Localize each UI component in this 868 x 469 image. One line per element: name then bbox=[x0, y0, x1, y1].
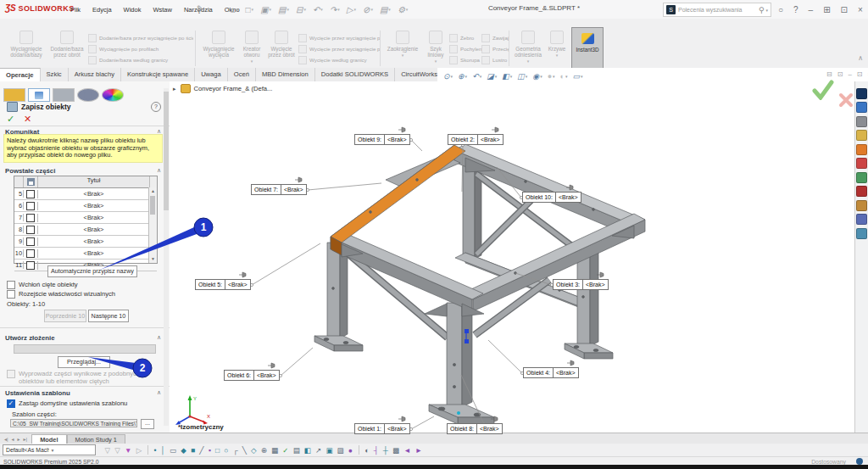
callout-filename[interactable]: <Brak> bbox=[556, 193, 581, 202]
tab-nav-arrow-icon[interactable]: ▸| bbox=[22, 436, 30, 442]
snap-tool-icon[interactable]: ▪ bbox=[206, 446, 213, 455]
instant3d-button[interactable]: Instant3D bbox=[571, 27, 604, 71]
scrollbar-thumb[interactable] bbox=[150, 196, 155, 215]
scenes-icon[interactable] bbox=[856, 172, 867, 183]
ribbon-tab[interactable]: MBD Dimension bbox=[256, 68, 315, 81]
snap-tool-icon[interactable]: ┌ bbox=[231, 446, 240, 455]
scroll-up-icon[interactable]: ▲ bbox=[149, 187, 157, 195]
cancel-button[interactable]: ✕ bbox=[24, 114, 31, 125]
snap-tool-icon[interactable]: ► bbox=[413, 446, 425, 455]
consume-cut-bodies-option[interactable]: Wchłoń cięte obiekty bbox=[7, 281, 78, 289]
zoom-to-fit-icon[interactable]: ⊙▾ bbox=[441, 72, 455, 81]
ok-button[interactable]: ✓ bbox=[7, 114, 14, 125]
view-palette-icon[interactable] bbox=[856, 144, 867, 155]
callout-filename[interactable]: <Brak> bbox=[478, 135, 503, 144]
snap-tool-icon[interactable]: ● bbox=[346, 446, 354, 455]
ribbon-tab[interactable]: Szkic bbox=[41, 68, 69, 81]
row-checkbox[interactable] bbox=[26, 261, 35, 270]
close-icon[interactable]: × bbox=[853, 5, 868, 14]
callout-filename[interactable]: <Brak> bbox=[583, 280, 608, 289]
table-row[interactable]: 10 <Brak> bbox=[14, 248, 157, 260]
callout-filename[interactable]: <Brak> bbox=[385, 135, 409, 144]
snap-tool-icon[interactable]: │ bbox=[159, 446, 168, 455]
snap-tool-icon[interactable]: ▼ bbox=[122, 446, 134, 455]
displaymanager-tab[interactable] bbox=[102, 88, 124, 102]
scroll-down-icon[interactable]: ▼ bbox=[149, 255, 157, 263]
snap-tool-icon[interactable]: ┤ bbox=[371, 446, 381, 455]
row-checkbox[interactable] bbox=[26, 249, 35, 258]
body-callout[interactable]: Obiekt 2:<Brak> bbox=[448, 134, 504, 145]
table-row[interactable]: 6 <Brak> bbox=[14, 200, 157, 212]
open-document-icon[interactable]: ▣▾ bbox=[257, 5, 275, 14]
override-template-option[interactable]: Zastąp domyślne ustawienia szablonu bbox=[7, 399, 127, 408]
snap-tool-icon[interactable]: ┼ bbox=[381, 446, 390, 455]
snap-tool-icon[interactable]: ▦ bbox=[270, 446, 281, 455]
ribbon-tab[interactable]: Oceń bbox=[228, 68, 256, 81]
template-path-field[interactable]: C:\05_SW Training\SOLIDWORKS Training Fi… bbox=[10, 419, 137, 427]
table-row[interactable]: 7 <Brak> bbox=[14, 212, 157, 224]
appearances-icon[interactable] bbox=[856, 158, 867, 169]
row-title[interactable]: <Brak> bbox=[38, 237, 149, 245]
snap-tool-icon[interactable]: □ bbox=[213, 446, 221, 455]
snap-tool-icon[interactable]: ▽ bbox=[113, 446, 123, 455]
table-row[interactable]: 5 <Brak> bbox=[14, 188, 157, 200]
menu-item[interactable]: Wstaw bbox=[147, 6, 178, 14]
apply-scene-icon[interactable]: ◐▾ bbox=[558, 72, 570, 81]
pin-menu-icon[interactable]: ✎ bbox=[197, 4, 203, 13]
new-document-icon[interactable]: □▾ bbox=[242, 5, 258, 14]
resulting-parts-header[interactable]: Powstałe części bbox=[5, 167, 55, 175]
pane-split-icon[interactable]: ⊡ bbox=[835, 70, 846, 78]
callout-filename[interactable]: <Brak> bbox=[254, 371, 279, 380]
messages-icon[interactable] bbox=[856, 228, 867, 239]
next-10-button[interactable]: Następne 10 bbox=[88, 310, 129, 322]
pane-left-icon[interactable]: ⊟ bbox=[824, 70, 835, 78]
assembly-name-field[interactable] bbox=[14, 344, 156, 354]
body-callout[interactable]: Obiekt 4:<Brak> bbox=[523, 367, 579, 378]
configuration-dropdown[interactable]: Default<As Machined>▼ bbox=[3, 444, 96, 455]
snap-tool-icon[interactable]: ↗ bbox=[313, 446, 323, 455]
part-name[interactable]: Conveyor Frame_& (Defa... bbox=[194, 85, 273, 92]
row-title[interactable]: <Brak> bbox=[38, 226, 149, 233]
menu-item[interactable]: Widok bbox=[118, 6, 147, 14]
tab-nav-arrow-icon[interactable]: ◂ bbox=[10, 436, 16, 442]
confirmation-ok-button[interactable] bbox=[812, 80, 834, 103]
panel-scrollbar[interactable] bbox=[164, 88, 169, 426]
undo-icon[interactable]: ↶▾ bbox=[309, 5, 326, 14]
ribbon-tab[interactable]: Konstrukcje spawane bbox=[121, 68, 195, 81]
snap-tool-icon[interactable]: ◄ bbox=[402, 446, 414, 455]
edit-appearance-icon[interactable]: ●▾ bbox=[545, 72, 558, 81]
propagate-visual-properties-option[interactable]: Rozejście właściwości wizualnych bbox=[7, 290, 115, 299]
row-checkbox[interactable] bbox=[26, 237, 35, 246]
row-title[interactable]: <Brak> bbox=[38, 214, 149, 221]
view-settings-icon[interactable]: ▭▾ bbox=[570, 72, 586, 81]
create-assembly-header[interactable]: Utwórz złożenie bbox=[5, 334, 54, 342]
previous-view-icon[interactable]: ↶▾ bbox=[470, 72, 484, 81]
snap-tool-icon[interactable]: ◧ bbox=[302, 446, 313, 455]
table-row[interactable]: 9 <Brak> bbox=[14, 236, 157, 248]
view-orientation-icon[interactable]: ◧▾ bbox=[499, 72, 515, 81]
table-row[interactable]: 8 <Brak> bbox=[14, 224, 157, 236]
collapse-chevron-icon[interactable]: ∧ bbox=[157, 389, 161, 396]
menu-item[interactable]: Plik bbox=[64, 6, 86, 14]
home-icon[interactable] bbox=[856, 102, 867, 113]
ribbon-tab[interactable]: Uwaga bbox=[195, 68, 228, 81]
body-callout[interactable]: Obiekt 7:<Brak> bbox=[251, 184, 307, 195]
callout-filename[interactable]: <Brak> bbox=[281, 185, 306, 194]
redo-icon[interactable]: ↷▾ bbox=[326, 5, 343, 14]
snap-tool-icon[interactable]: ◇ bbox=[248, 446, 259, 455]
checkbox-checked[interactable] bbox=[7, 399, 15, 408]
ribbon-tab[interactable]: Arkusz blachy bbox=[69, 68, 121, 81]
file-explorer-icon[interactable] bbox=[856, 130, 867, 141]
snap-tool-icon[interactable]: ✓ bbox=[281, 446, 291, 455]
ribbon-tab[interactable]: Operacje bbox=[0, 68, 41, 81]
body-callout[interactable]: Obiekt 3:<Brak> bbox=[553, 279, 609, 290]
checkbox[interactable] bbox=[7, 290, 15, 299]
attachments-icon[interactable]: ⊘▾ bbox=[359, 5, 376, 14]
forum-icon[interactable] bbox=[856, 214, 867, 225]
maximize-icon[interactable]: ⊞ bbox=[818, 5, 835, 14]
units-dropdown[interactable]: Dostosowany bbox=[811, 459, 846, 465]
snap-tool-icon[interactable]: ▤ bbox=[291, 446, 302, 455]
collapse-chevron-icon[interactable]: ∧ bbox=[157, 334, 161, 341]
callout-filename[interactable]: <Brak> bbox=[225, 280, 250, 289]
cascade-windows-icon[interactable]: ⊡ bbox=[836, 5, 853, 14]
